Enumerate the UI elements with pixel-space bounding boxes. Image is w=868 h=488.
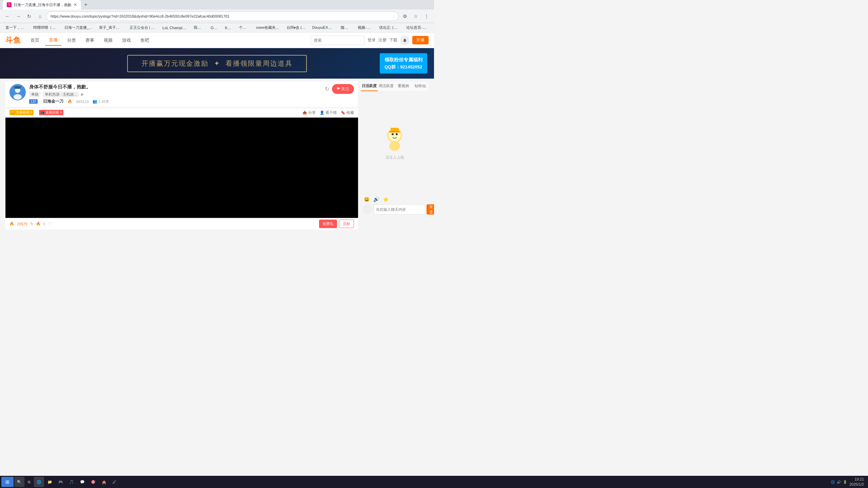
tab-close-button[interactable]: ✕	[74, 2, 77, 7]
site-header: 斗鱼 首页 直播 分类 赛事 视频 游戏 鱼吧 登录 注册 下载 开播	[0, 33, 434, 48]
refresh-button[interactable]: ↻	[24, 12, 34, 21]
right-panel: 日活跃度 周活跃度 重视例 钻铃仙	[361, 81, 429, 238]
stream-meta: 132 日海金一刀 🔥 693113 👥 1 好友	[29, 99, 321, 104]
new-tab-button[interactable]: +	[81, 0, 91, 9]
qr-group: QQ群：921452052	[384, 64, 422, 71]
nav-events[interactable]: 赛事	[81, 35, 98, 45]
follower-count: 693113	[76, 100, 89, 104]
heat2-val: 0	[43, 222, 45, 226]
banner-content: 开播赢万元现金激励 ✦ 看播领限量周边道具	[127, 55, 307, 72]
stream-bottom: 🔥 23579 ↻ 🔥 0 ♡ 免费礼 贡献	[5, 218, 358, 229]
stream-title: 身体不舒服今日不播，抱歉。	[29, 84, 321, 90]
panel-tab-chat[interactable]: 重视例	[395, 81, 412, 91]
gift-button[interactable]: 免费礼	[319, 220, 337, 228]
level-badge: 132	[29, 99, 38, 104]
banner-qr-overlay: 领取粉丝专属福利 QQ群：921452052	[380, 48, 427, 79]
video-action-buttons: 免费礼 贡献	[319, 220, 354, 228]
svg-point-7	[396, 133, 398, 135]
bookmark-9[interactable]: KOOK	[222, 25, 236, 30]
header-download[interactable]: 下载	[389, 37, 397, 43]
streamer-avatar[interactable]	[9, 84, 26, 100]
heat2-icon: 🔥	[36, 222, 41, 226]
streamer-name[interactable]: 日海金一刀	[43, 99, 63, 104]
chat-input[interactable]	[374, 204, 425, 215]
search-input[interactable]	[311, 36, 365, 45]
back-button[interactable]: ←	[3, 12, 12, 21]
address-bar[interactable]	[46, 12, 399, 21]
qr-box: 领取粉丝专属福利 QQ群：921452052	[380, 53, 427, 73]
bookmark-3[interactable]: 日海一刀直播_日海今...	[62, 24, 96, 31]
nav-live[interactable]: 直播	[45, 35, 62, 46]
stream-details: 身体不舒服今日不播，抱歉。 单娱 单机热游 · 主机娱... ▶ 132 日海金…	[29, 84, 321, 104]
mascot-text: 没玉人上线	[386, 155, 404, 160]
site-logo[interactable]: 斗鱼	[5, 35, 21, 45]
tag-more[interactable]: ▶	[81, 92, 84, 97]
panel-tab-weekly[interactable]: 周活跃度	[378, 81, 395, 91]
forward-button[interactable]: →	[14, 12, 23, 21]
bookmark-17[interactable]: 论坛首页-猫马千...	[403, 24, 431, 31]
bookmark-13[interactable]: DouyuEX傲藤助手	[310, 24, 337, 31]
refresh-icon[interactable]: ↻	[325, 86, 329, 92]
follow-button[interactable]: ❤ 关注	[332, 84, 354, 94]
bookmark-11[interactable]: ooee收藏夹 | 分享...	[253, 24, 283, 31]
friends-count: 👥 1 好友	[93, 99, 109, 104]
header-login[interactable]: 登录	[368, 37, 376, 43]
site-banner: 开播赢万元现金激励 ✦ 看播领限量周边道具 领取粉丝专属福利 QQ群：92145…	[0, 48, 434, 79]
bookmark-15[interactable]: 视频-GYING	[355, 24, 376, 31]
extensions-button[interactable]: ⚙	[400, 12, 410, 21]
send-button[interactable]: 发送	[427, 204, 434, 215]
nav-home[interactable]: 首页	[26, 35, 43, 45]
nav-category[interactable]: 分类	[63, 35, 80, 45]
bookmark-14[interactable]: 随手笔记	[338, 24, 354, 31]
refresh-icon2[interactable]: ↻	[30, 222, 33, 226]
open-stream-button[interactable]: 开播	[412, 36, 429, 44]
live-badge: 📺 直播回看 >	[39, 110, 63, 115]
volume-button[interactable]: 🔊	[372, 196, 380, 203]
browser-tabs: 斗 日海一刀直播_日海今日不播，抱歉 ✕ +	[0, 0, 434, 9]
panel-tab-gifts[interactable]: 钻铃仙	[412, 81, 429, 91]
svg-rect-9	[389, 131, 400, 133]
star-button[interactable]: ⭐	[382, 196, 389, 203]
chat-input-row: 发送	[363, 204, 427, 215]
bookmark-button2[interactable]: 🔖 收藏	[341, 110, 354, 115]
more-button[interactable]: ⋮	[422, 12, 431, 21]
heart-icon: ♡	[48, 222, 52, 226]
banner-border: 开播赢万元现金激励 ✦ 看播领限量周边道具	[127, 55, 307, 72]
bookmark-button[interactable]: ☆	[411, 12, 420, 21]
chat-area: 没玉人上线	[361, 92, 429, 193]
active-tab[interactable]: 斗 日海一刀直播_日海今日不播，抱歉 ✕	[3, 0, 81, 9]
bookmark-10[interactable]: 个人空间	[236, 24, 253, 31]
nav-video[interactable]: 视频	[100, 35, 117, 45]
nav-games[interactable]: 游戏	[118, 35, 135, 45]
follower-icon: 🔥	[67, 99, 72, 104]
panel-tab-daily[interactable]: 日活跃度	[361, 81, 378, 91]
header-register[interactable]: 注册	[378, 37, 387, 43]
bookmark-6[interactable]: LoL Champion : All...	[160, 25, 190, 30]
tag-2[interactable]: 单机热游 · 主机娱...	[43, 92, 79, 97]
site-nav: 首页 直播 分类 赛事 视频 游戏 鱼吧	[26, 35, 153, 46]
share-button[interactable]: 📤 分享	[302, 110, 316, 115]
bookmark-12[interactable]: 台阿♦盒 (JX38...	[284, 24, 309, 31]
home-button[interactable]: ⌂	[35, 12, 45, 21]
bookmark-16[interactable]: 优论正: (偶马千...	[376, 24, 403, 31]
bookmark-7[interactable]: 我的订阅	[191, 24, 207, 31]
tag-1[interactable]: 单娱	[29, 92, 41, 97]
contribute-button[interactable]: 贡献	[339, 220, 354, 228]
header-right: 登录 注册 下载 开播	[311, 36, 429, 45]
stream-container: 身体不舒服今日不播，抱歉。 单娱 单机热游 · 主机娱... ▶ 132 日海金…	[0, 79, 434, 240]
bookmark-1[interactable]: 直一下，你就知道	[3, 24, 30, 31]
sponsor-badge: 🏆 主播投稿 >	[9, 110, 34, 115]
action-row: 🏆 主播投稿 > 📺 直播回看 > 📤 分享 👤 看个情 🔖 收藏	[5, 108, 358, 117]
bookmark-2[interactable]: 哔哩哔哩（「一·...」	[31, 24, 61, 31]
bookmark-5[interactable]: 正王公会台 | LOLPS...	[127, 24, 159, 31]
chat-footer: 😀 🔊 ⭐ 发送	[361, 193, 429, 217]
profile-button[interactable]: 👤 看个情	[320, 110, 337, 115]
bookmark-8[interactable]: OPGG	[208, 25, 221, 30]
svg-point-10	[389, 141, 400, 151]
nav-forum[interactable]: 鱼吧	[136, 35, 153, 45]
emoji-button[interactable]: 😀	[363, 196, 370, 203]
bookmark-4[interactable]: 寅子_寅子直播间7...	[96, 24, 126, 31]
video-player[interactable]	[5, 118, 358, 218]
tab-favicon: 斗	[7, 2, 12, 7]
header-notification-icon[interactable]	[400, 36, 410, 45]
